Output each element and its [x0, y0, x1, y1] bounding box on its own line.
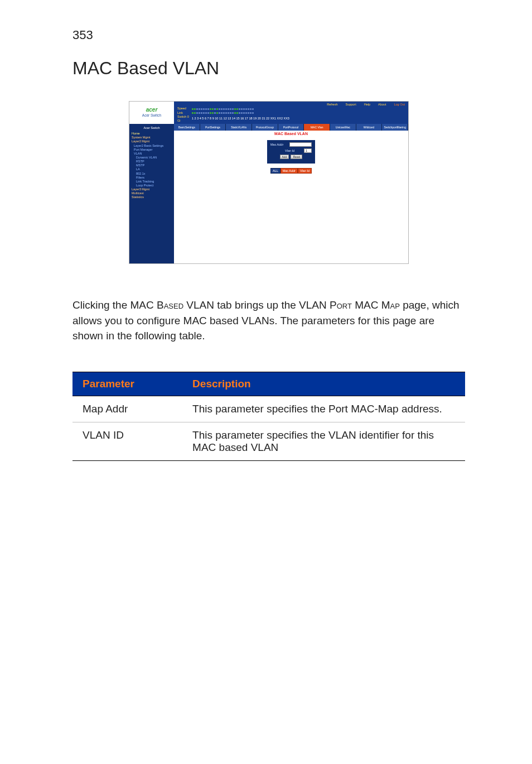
param-header-parameter: Parameter — [72, 372, 182, 396]
link-logout[interactable]: Log Out — [394, 103, 405, 106]
tab-static-vlans[interactable]: StaticVLANs — [226, 124, 252, 131]
speed-dots — [192, 108, 254, 110]
sidebar-dynamic-vlan[interactable]: Dynamic VLAN — [132, 156, 172, 160]
tab-unicast-mac[interactable]: UnicastMac — [330, 124, 356, 131]
body-mid2: MAC — [352, 299, 381, 311]
reset-button[interactable]: Reset — [291, 155, 302, 159]
body-mid1: VLAN tab brings up the VLAN — [183, 299, 330, 311]
tab-switchport-filtering[interactable]: Switchportfiltering — [382, 124, 408, 131]
page: 353 MAC Based VLAN acer Acer Switch Refr… — [0, 0, 532, 764]
tabs: BasicSettings PortSettings StaticVLANs P… — [174, 124, 408, 131]
result-head-vlan: Vlan Id — [298, 168, 312, 174]
sidebar-vlan[interactable]: VLAN — [132, 152, 172, 156]
banner: Refresh Support Help About Log Out Speed — [174, 102, 408, 124]
table-row: Map Addr This parameter specifies the Po… — [72, 396, 465, 422]
sidebar-layer2-mgmt[interactable]: Layer2 Mgmt — [132, 140, 172, 143]
screenshot: acer Acer Switch Refresh Support Help Ab… — [72, 101, 465, 264]
sidebar-layer2-basic[interactable]: Layer2 Basic Settings — [132, 144, 172, 148]
panel: MAC Based VLAN Mac Addr Vlan Id 1 — [174, 131, 408, 263]
vlan-id-label: Vlan Id — [285, 149, 302, 152]
sidebar-loop-protect[interactable]: Loop Protect — [132, 184, 172, 188]
body-pre: Clicking the MAC — [72, 299, 157, 311]
logo-sub: Acer Switch — [142, 113, 161, 118]
link-label: Link — [177, 111, 190, 115]
sidebar-layer3-mgmt[interactable]: Layer3 Mgmt — [132, 188, 172, 191]
sidebar-rstp[interactable]: RSTP — [132, 160, 172, 164]
sidebar-port-manager[interactable]: Port Manager — [132, 148, 172, 152]
mac-addr-input[interactable] — [289, 142, 312, 147]
body-sc3: Map — [381, 299, 400, 311]
result-head-all[interactable]: ALL — [270, 168, 280, 174]
port-numbers: Switch 0 Gi 1 2 3 4 5 6 7 8 9 10 11 12 1… — [177, 115, 405, 123]
app-window: acer Acer Switch Refresh Support Help Ab… — [129, 101, 409, 264]
port-indicator: Speed Link Switch 0 Gi — [174, 106, 408, 124]
app-header: acer Acer Switch Refresh Support Help Ab… — [129, 102, 408, 124]
top-links: Refresh Support Help About Log Out — [327, 103, 405, 106]
param-name: Map Addr — [72, 396, 182, 422]
result-head-mac: Mac Addr — [280, 168, 298, 174]
body-sc1: Based — [157, 299, 183, 311]
sidebar-multicast[interactable]: Multicast — [132, 191, 172, 195]
mac-addr-label: Mac Addr — [270, 143, 287, 146]
vlan-id-input[interactable]: 1 — [304, 148, 312, 153]
result-table: ALL Mac Addr Vlan Id — [270, 168, 312, 174]
tab-protocol-group[interactable]: ProtocolGroup — [252, 124, 278, 131]
table-row: VLAN ID This parameter specifies the VLA… — [72, 422, 465, 460]
sidebar-statistics[interactable]: Statistics — [132, 195, 172, 199]
content: BasicSettings PortSettings StaticVLANs P… — [174, 124, 408, 263]
tab-port-settings[interactable]: PortSettings — [200, 124, 226, 131]
link-help[interactable]: Help — [364, 103, 370, 106]
page-number: 353 — [72, 28, 465, 42]
tab-wildcard[interactable]: Wildcard — [356, 124, 383, 131]
link-refresh[interactable]: Refresh — [327, 103, 337, 106]
body-text: Clicking the MAC Based VLAN tab brings u… — [72, 297, 465, 344]
body-sc2: Port — [330, 299, 352, 311]
panel-title: MAC Based VLAN — [274, 132, 308, 136]
logo: acer Acer Switch — [129, 102, 174, 124]
tab-mac-vlan[interactable]: MAC Vlan — [304, 124, 330, 131]
page-title: MAC Based VLAN — [72, 58, 465, 79]
app-body: Acer Switch Home System Mgmt Layer2 Mgmt… — [129, 124, 408, 263]
param-table: Parameter Description Map Addr This para… — [72, 372, 465, 461]
sidebar-home[interactable]: Home — [132, 132, 172, 136]
sidebar-filters[interactable]: Filters — [132, 176, 172, 180]
sidebar-header: Acer Switch — [132, 126, 172, 130]
logo-brand: acer — [146, 107, 158, 113]
link-about[interactable]: About — [378, 103, 386, 106]
param-desc: This parameter specifies the Port MAC-Ma… — [182, 396, 465, 422]
param-desc: This parameter specifies the VLAN identi… — [182, 422, 465, 460]
sidebar-system-mgmt[interactable]: System Mgmt — [132, 136, 172, 140]
sidebar-link-tracking[interactable]: Link Tracking — [132, 180, 172, 184]
sidebar-mstp[interactable]: MSTP — [132, 164, 172, 167]
sidebar: Acer Switch Home System Mgmt Layer2 Mgmt… — [129, 124, 174, 263]
sidebar-la[interactable]: LA — [132, 167, 172, 171]
tab-basic-settings[interactable]: BasicSettings — [174, 124, 200, 131]
param-name: VLAN ID — [72, 422, 182, 460]
sidebar-8021x[interactable]: 802.1x — [132, 172, 172, 176]
tab-port-protocol[interactable]: PortProtocol — [278, 124, 304, 131]
link-dots — [192, 112, 254, 114]
add-button[interactable]: Add — [280, 155, 289, 159]
param-header-description: Description — [182, 372, 465, 396]
link-support[interactable]: Support — [345, 103, 356, 106]
form: Mac Addr Vlan Id 1 Add Reset — [267, 140, 315, 164]
speed-label: Speed — [177, 107, 190, 110]
